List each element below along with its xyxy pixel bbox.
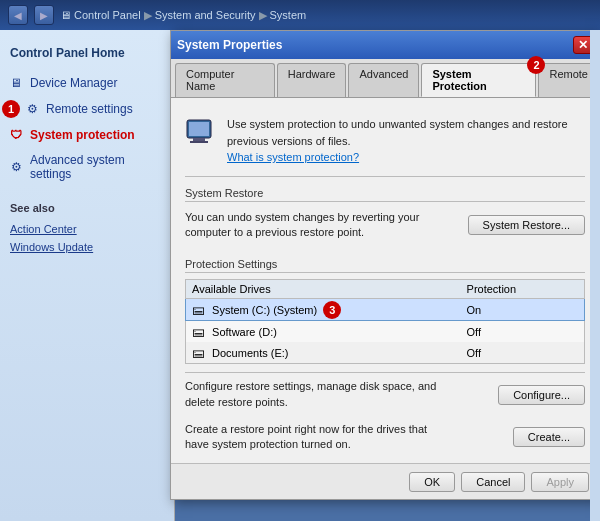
cancel-button[interactable]: Cancel bbox=[461, 472, 525, 492]
tab-computer-name[interactable]: Computer Name bbox=[175, 63, 275, 97]
info-text: Use system protection to undo unwanted s… bbox=[227, 116, 585, 166]
info-system-icon bbox=[185, 116, 217, 148]
table-row[interactable]: 🖴 Software (D:) Off bbox=[186, 321, 585, 343]
sidebar: Control Panel Home 🖥 Device Manager 1 ⚙ … bbox=[0, 30, 175, 521]
dialog-footer: OK Cancel Apply bbox=[171, 463, 599, 499]
top-bar: ◀ ▶ 🖥 Control Panel ▶ System and Securit… bbox=[0, 0, 600, 30]
ok-button[interactable]: OK bbox=[409, 472, 455, 492]
col-drives-header: Available Drives bbox=[186, 280, 461, 299]
dialog-titlebar: System Properties ✕ bbox=[171, 31, 599, 59]
drive-icon-c: 🖴 bbox=[192, 302, 205, 317]
sidebar-label-device-manager: Device Manager bbox=[30, 76, 117, 90]
configure-text: Configure restore settings, manage disk … bbox=[185, 379, 445, 410]
restore-row: You can undo system changes by reverting… bbox=[185, 206, 585, 245]
create-text: Create a restore point right now for the… bbox=[185, 422, 445, 453]
system-restore-button[interactable]: System Restore... bbox=[468, 215, 585, 235]
shield-icon: 🛡 bbox=[8, 127, 24, 143]
configure-row: Configure restore settings, manage disk … bbox=[185, 372, 585, 414]
breadcrumb-system-security[interactable]: System and Security bbox=[155, 9, 256, 21]
dialog-content: Use system protection to undo unwanted s… bbox=[171, 98, 599, 466]
col-protection-header: Protection bbox=[461, 280, 585, 299]
sidebar-label-system-protection: System protection bbox=[30, 128, 135, 142]
forward-button[interactable]: ▶ bbox=[34, 5, 54, 25]
breadcrumb-control-panel[interactable]: Control Panel bbox=[74, 9, 141, 21]
monitor-icon: 🖥 bbox=[8, 75, 24, 91]
drive-c-cell: 🖴 System (C:) (System) 3 bbox=[192, 302, 317, 317]
restore-description: You can undo system changes by reverting… bbox=[185, 210, 445, 241]
sidebar-item-remote-settings[interactable]: 1 ⚙ Remote settings bbox=[0, 96, 174, 122]
configure-button[interactable]: Configure... bbox=[498, 385, 585, 405]
right-edge bbox=[590, 30, 600, 521]
tab-hardware[interactable]: Hardware bbox=[277, 63, 347, 97]
breadcrumb-arrow-1: ▶ bbox=[144, 9, 152, 22]
breadcrumb-arrow-2: ▶ bbox=[259, 9, 267, 22]
see-also-header: See also bbox=[0, 186, 174, 220]
sidebar-link-windows-update[interactable]: Windows Update bbox=[0, 238, 174, 256]
table-row[interactable]: 🖴 System (C:) (System) 3 On bbox=[186, 299, 585, 321]
svg-rect-2 bbox=[193, 138, 205, 141]
tab-system-protection[interactable]: System Protection 2 bbox=[421, 63, 536, 97]
protection-table: Available Drives Protection 🖴 System (C:… bbox=[185, 279, 585, 364]
drive-c-protection: On bbox=[461, 299, 585, 321]
svg-rect-3 bbox=[190, 141, 208, 143]
sidebar-label-advanced-settings: Advanced system settings bbox=[30, 153, 166, 181]
main-area: Control Panel Home 🖥 Device Manager 1 ⚙ … bbox=[0, 30, 600, 521]
tabs-bar: Computer Name Hardware Advanced System P… bbox=[171, 59, 599, 98]
create-button[interactable]: Create... bbox=[513, 427, 585, 447]
what-is-protection-link[interactable]: What is system protection? bbox=[227, 151, 359, 163]
info-section: Use system protection to undo unwanted s… bbox=[185, 108, 585, 177]
sidebar-item-device-manager[interactable]: 🖥 Device Manager bbox=[0, 70, 174, 96]
badge-1: 1 bbox=[2, 100, 20, 118]
sidebar-label-remote-settings: Remote settings bbox=[46, 102, 133, 116]
sidebar-item-advanced-settings[interactable]: ⚙ Advanced system settings bbox=[0, 148, 174, 186]
breadcrumb-icon: 🖥 bbox=[60, 9, 71, 21]
system-properties-dialog: System Properties ✕ Computer Name Hardwa… bbox=[170, 30, 600, 500]
drive-icon-d: 🖴 bbox=[192, 324, 205, 339]
drive-icon-e: 🖴 bbox=[192, 345, 205, 360]
protection-settings-header: Protection Settings bbox=[185, 258, 585, 273]
sidebar-title: Control Panel Home bbox=[0, 40, 174, 70]
drive-d-protection: Off bbox=[461, 321, 585, 343]
svg-rect-1 bbox=[189, 122, 209, 136]
back-button[interactable]: ◀ bbox=[8, 5, 28, 25]
sidebar-link-action-center[interactable]: Action Center bbox=[0, 220, 174, 238]
breadcrumb: 🖥 Control Panel ▶ System and Security ▶ … bbox=[60, 9, 306, 22]
drive-e-protection: Off bbox=[461, 342, 585, 364]
apply-button[interactable]: Apply bbox=[531, 472, 589, 492]
gear-icon: ⚙ bbox=[24, 101, 40, 117]
sidebar-item-system-protection[interactable]: 🛡 System protection bbox=[0, 122, 174, 148]
dialog-title: System Properties bbox=[177, 38, 282, 52]
system-restore-header: System Restore bbox=[185, 187, 585, 202]
create-row: Create a restore point right now for the… bbox=[185, 416, 585, 457]
tab-advanced[interactable]: Advanced bbox=[348, 63, 419, 97]
badge-3: 3 bbox=[323, 301, 341, 319]
table-row[interactable]: 🖴 Documents (E:) Off bbox=[186, 342, 585, 364]
breadcrumb-system[interactable]: System bbox=[270, 9, 307, 21]
settings-icon: ⚙ bbox=[8, 159, 24, 175]
